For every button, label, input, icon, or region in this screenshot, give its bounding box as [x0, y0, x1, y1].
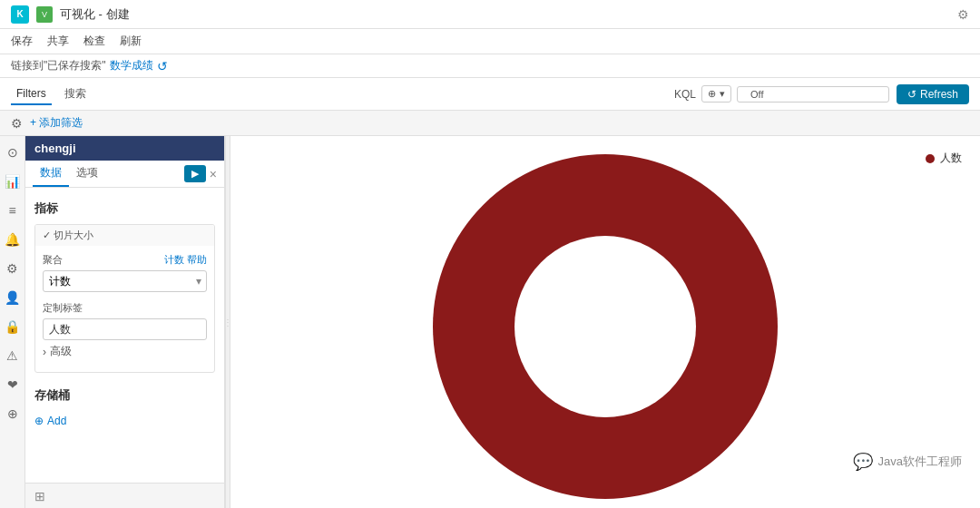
- kql-toggle-chevron: ▾: [720, 88, 725, 100]
- nav-icon-heart[interactable]: ❤: [4, 376, 22, 394]
- legend-color-dot: [926, 154, 935, 163]
- panel-tabs: 数据 选项 ▶ ×: [25, 161, 224, 188]
- aggregation-label: 聚合: [43, 253, 63, 267]
- slice-size-label: ✓ 切片大小: [43, 229, 93, 242]
- tab-options[interactable]: 选项: [69, 161, 105, 187]
- refresh-label: Refresh: [920, 88, 958, 101]
- toolbar: 保存 共享 检查 刷新: [0, 29, 980, 54]
- panel-body: 指标 ✓ 切片大小 聚合 计数 帮助 计数: [25, 188, 224, 483]
- nav-icon-alert[interactable]: ⚠: [4, 347, 22, 365]
- share-button[interactable]: 共享: [47, 34, 69, 49]
- add-bucket-button[interactable]: ⊕ Add: [34, 411, 215, 431]
- donut-chart-svg: [397, 136, 814, 508]
- vis-icon: V: [36, 6, 53, 23]
- main-content: ⊙ 📊 ≡ 🔔 ⚙ 👤 🔒 ⚠ ❤ ⊕ chengji 数据 选项 ▶ × 指标…: [0, 136, 980, 508]
- search-input[interactable]: [99, 88, 667, 101]
- legend-label: 人数: [940, 151, 962, 166]
- slice-size-header[interactable]: ✓ 切片大小: [35, 225, 214, 246]
- filter-settings-icon[interactable]: ⚙: [11, 116, 23, 131]
- breadcrumb: 链接到"已保存搜索" 数学成绩 ↺: [0, 54, 980, 78]
- breadcrumb-prefix: 链接到"已保存搜索": [11, 58, 106, 73]
- panel-header: chengji: [25, 136, 224, 161]
- add-bucket-label: Add: [47, 415, 66, 427]
- refresh-button[interactable]: ↺ Refresh: [897, 84, 969, 104]
- nav-icon-home[interactable]: ⊙: [4, 143, 22, 161]
- watermark-icon: 💬: [853, 452, 873, 472]
- table-icon[interactable]: ⊞: [34, 489, 45, 503]
- custom-label-input[interactable]: [43, 318, 207, 340]
- search-tab[interactable]: 搜索: [59, 83, 92, 105]
- aggregate-select-wrap: 计数: [43, 270, 207, 292]
- settings-icon[interactable]: ⚙: [957, 7, 969, 22]
- donut-inner-hole: [514, 236, 696, 417]
- panel-bottom-bar: ⊞: [25, 483, 224, 508]
- watermark-text: Java软件工程师: [878, 454, 962, 470]
- nav-icon-lock[interactable]: 🔒: [4, 318, 22, 336]
- advanced-label: 高级: [50, 344, 72, 359]
- nav-icon-bell[interactable]: 🔔: [4, 230, 22, 249]
- nav-icon-gear[interactable]: ⚙: [4, 259, 22, 278]
- refresh-toolbar-button[interactable]: 刷新: [120, 34, 142, 49]
- panel-name: chengji: [34, 142, 76, 155]
- kql-toggle-icon: ⊕: [708, 88, 716, 100]
- refresh-icon: ↺: [907, 88, 916, 101]
- chart-legend: 人数: [926, 151, 962, 166]
- kql-section: KQL ⊕ ▾: [674, 85, 889, 103]
- page-title: 可视化 - 创建: [60, 6, 950, 23]
- bucket-title: 存储桶: [34, 387, 215, 404]
- filters-tab[interactable]: Filters: [11, 83, 52, 105]
- top-bar: K V 可视化 - 创建 ⚙: [0, 0, 980, 29]
- breadcrumb-refresh-icon[interactable]: ↺: [157, 59, 168, 73]
- nav-icon-menu[interactable]: ≡: [4, 201, 22, 220]
- save-button[interactable]: 保存: [11, 34, 33, 49]
- kql-off-input[interactable]: [737, 86, 889, 103]
- bucket-section: 存储桶 ⊕ Add: [34, 387, 215, 431]
- slice-size-group: ✓ 切片大小 聚合 计数 帮助 计数 定制标签: [34, 224, 215, 373]
- breadcrumb-link[interactable]: 数学成绩: [110, 58, 153, 73]
- add-filter-row: ⚙ + 添加筛选: [0, 111, 980, 136]
- nav-icon-add[interactable]: ⊕: [4, 405, 22, 423]
- run-button[interactable]: ▶: [184, 165, 206, 182]
- aggregate-select[interactable]: 计数: [43, 270, 207, 292]
- kql-label: KQL: [674, 88, 696, 101]
- nav-icon-user[interactable]: 👤: [4, 288, 22, 307]
- custom-label-row: 定制标签: [43, 301, 207, 315]
- icon-nav: ⊙ 📊 ≡ 🔔 ⚙ 👤 🔒 ⚠ ❤ ⊕: [0, 136, 25, 508]
- advanced-chevron: ›: [43, 346, 46, 358]
- panel-close-icon[interactable]: ×: [210, 167, 217, 181]
- count-help-label[interactable]: 计数 帮助: [164, 253, 207, 267]
- app-logo: K: [11, 5, 29, 24]
- kql-toggle[interactable]: ⊕ ▾: [701, 85, 731, 103]
- custom-label-title: 定制标签: [43, 301, 83, 315]
- advanced-toggle[interactable]: › 高级: [43, 340, 207, 363]
- add-bucket-icon: ⊕: [34, 415, 44, 427]
- aggregation-label-row: 聚合 计数 帮助: [43, 253, 207, 267]
- inspect-button[interactable]: 检查: [83, 34, 105, 49]
- nav-icon-dashboard[interactable]: 📊: [4, 172, 22, 190]
- watermark: 💬 Java软件工程师: [853, 452, 962, 472]
- metrics-title: 指标: [34, 200, 215, 217]
- panel: chengji 数据 选项 ▶ × 指标 ✓ 切片大小 聚合 计数 帮助: [25, 136, 225, 508]
- chart-area: 人数 💬 Java软件工程师: [230, 136, 980, 508]
- tab-data[interactable]: 数据: [33, 161, 69, 187]
- filter-bar: Filters 搜索 KQL ⊕ ▾ ↺ Refresh: [0, 78, 980, 111]
- add-filter-button[interactable]: + 添加筛选: [30, 115, 83, 131]
